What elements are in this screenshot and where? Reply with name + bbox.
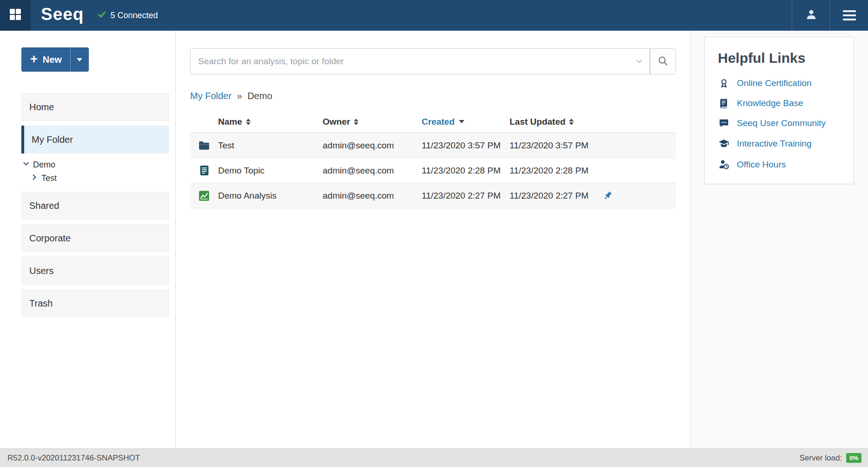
seeq-logo[interactable]: Seeq [31, 0, 90, 31]
new-button-group: + New [21, 47, 89, 72]
sidebar-item-label: Corporate [29, 233, 71, 244]
content-area: + New Home My Folder Demo [0, 31, 868, 448]
search-dropdown-chevron-icon[interactable] [635, 57, 643, 66]
topbar: Seeq 5 Connected [0, 0, 868, 31]
table-row[interactable]: Test admin@seeq.com 11/23/2020 3:57 PM 1… [190, 133, 676, 158]
sidebar-item-home[interactable]: Home [21, 93, 169, 121]
sort-icon [569, 119, 574, 125]
sidebar-item-shared[interactable]: Shared [21, 192, 169, 220]
server-load-label: Server load: [800, 454, 842, 463]
server-load-badge[interactable]: 0% [846, 453, 861, 463]
row-created: 11/23/2020 2:28 PM [422, 166, 510, 176]
main-menu-button[interactable] [830, 0, 868, 31]
sidebar: + New Home My Folder Demo [0, 31, 176, 448]
pin-icon[interactable] [603, 191, 676, 201]
sidebar-item-trash[interactable]: Trash [21, 289, 169, 317]
column-header-label: Name [218, 117, 242, 127]
connection-status-label: 5 Connected [110, 11, 158, 20]
row-last-updated: 11/23/2020 3:57 PM [510, 140, 603, 151]
table-row[interactable]: Demo Topic admin@seeq.com 11/23/2020 2:2… [190, 158, 676, 183]
knowledge-base-icon [718, 98, 730, 108]
tree-item-label: Demo [33, 160, 55, 170]
chevron-right-icon [31, 173, 38, 183]
topbar-spacer [158, 0, 792, 31]
column-header-label: Last Updated [510, 117, 565, 127]
folder-icon [190, 140, 218, 152]
tree-item-demo[interactable]: Demo [22, 158, 169, 172]
tree-item-label: Test [41, 173, 57, 183]
column-header-name[interactable]: Name [218, 117, 323, 127]
sort-desc-icon [459, 120, 464, 123]
search-button[interactable] [650, 48, 676, 74]
column-header-label: Created [422, 117, 455, 127]
link-label: Office Hours [737, 160, 786, 170]
apps-grid-icon [9, 8, 21, 22]
row-name[interactable]: Demo Topic [218, 166, 323, 176]
community-icon [718, 118, 730, 128]
sidebar-item-label: Users [29, 266, 53, 276]
column-header-created[interactable]: Created [422, 117, 510, 127]
link-interactive-training[interactable]: Interactive Training [718, 138, 843, 149]
sidebar-item-label: Trash [29, 298, 53, 309]
topic-icon [190, 165, 218, 176]
new-button-label: New [43, 54, 62, 65]
sidebar-item-my-folder[interactable]: My Folder [21, 126, 169, 153]
search-icon [658, 56, 668, 67]
row-owner: admin@seeq.com [323, 191, 422, 201]
breadcrumb: My Folder » Demo [190, 91, 676, 101]
sidebar-item-corporate[interactable]: Corporate [21, 224, 169, 252]
apps-menu-button[interactable] [0, 0, 31, 31]
search-input[interactable] [191, 49, 649, 74]
sidebar-item-label: Home [29, 102, 54, 113]
sidebar-item-users[interactable]: Users [21, 257, 169, 285]
column-header-label: Owner [323, 117, 350, 127]
link-label: Seeq User Community [737, 118, 826, 128]
analysis-icon [190, 190, 218, 202]
tree-item-test[interactable]: Test [22, 172, 169, 185]
row-owner: admin@seeq.com [323, 140, 422, 151]
hamburger-icon [843, 10, 856, 20]
breadcrumb-current: Demo [247, 91, 272, 101]
breadcrumb-parent-link[interactable]: My Folder [190, 91, 232, 101]
row-name[interactable]: Demo Analysis [218, 191, 323, 201]
new-button[interactable]: + New [21, 47, 70, 72]
sort-icon [246, 119, 251, 125]
seeq-app: Seeq 5 Connected + New [0, 0, 868, 467]
row-last-updated: 11/23/2020 2:27 PM [510, 191, 603, 201]
helpful-links-title: Helpful Links [718, 50, 843, 66]
caret-down-icon [77, 58, 82, 61]
column-header-last-updated[interactable]: Last Updated [510, 117, 603, 127]
table-row[interactable]: Demo Analysis admin@seeq.com 11/23/2020 … [190, 183, 676, 208]
row-created: 11/23/2020 2:27 PM [422, 191, 510, 201]
statusbar: R52.0.0-v202011231746-SNAPSHOT Server lo… [0, 448, 868, 467]
row-created: 11/23/2020 3:57 PM [422, 140, 510, 151]
link-label: Interactive Training [737, 139, 812, 149]
link-label: Knowledge Base [737, 98, 803, 108]
sidebar-item-label: Shared [29, 200, 60, 211]
sort-icon [354, 119, 358, 125]
version-label: R52.0.0-v202011231746-SNAPSHOT [7, 454, 140, 463]
link-office-hours[interactable]: Office Hours [718, 159, 843, 170]
items-table: Name Owner Created Last Updated [190, 111, 676, 208]
search-input-wrap [190, 48, 650, 74]
user-profile-button[interactable] [792, 0, 830, 31]
link-seeq-user-community[interactable]: Seeq User Community [718, 118, 843, 128]
office-hours-icon [718, 159, 730, 170]
link-knowledge-base[interactable]: Knowledge Base [718, 98, 843, 108]
breadcrumb-separator: » [237, 91, 242, 101]
search-bar [190, 48, 676, 74]
right-rail: Helpful Links Online Certification Knowl… [690, 31, 868, 448]
column-header-owner[interactable]: Owner [323, 117, 422, 127]
user-icon [805, 8, 817, 22]
sidebar-nav: Home My Folder Demo [21, 93, 169, 317]
link-online-certification[interactable]: Online Certification [718, 78, 843, 88]
helpful-links-card: Helpful Links Online Certification Knowl… [704, 37, 854, 184]
chevron-down-icon [22, 160, 30, 170]
table-header-row: Name Owner Created Last Updated [190, 111, 676, 133]
checkmark-icon [98, 10, 106, 21]
row-owner: admin@seeq.com [323, 166, 422, 176]
link-label: Online Certification [737, 78, 812, 88]
new-dropdown-button[interactable] [70, 47, 89, 72]
row-name[interactable]: Test [218, 140, 323, 151]
connection-status[interactable]: 5 Connected [98, 0, 158, 31]
